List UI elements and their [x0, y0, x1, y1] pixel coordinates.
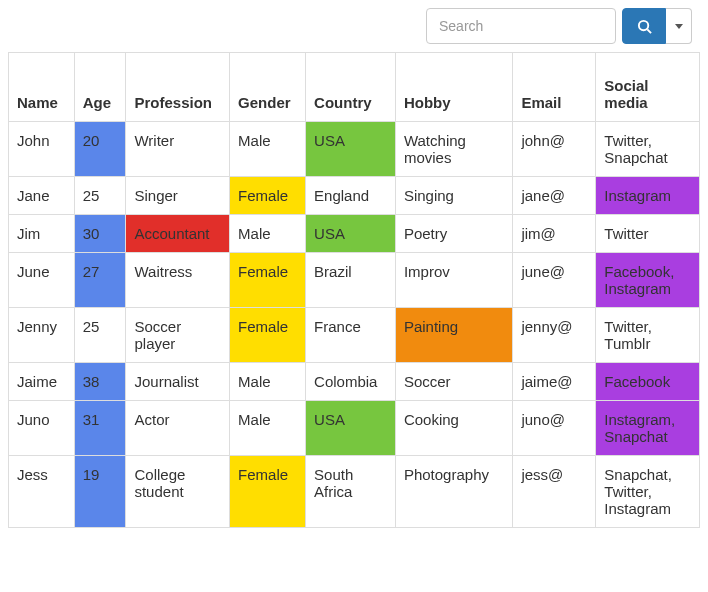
cell-name: John	[9, 122, 75, 177]
cell-gender: Male	[230, 363, 306, 401]
cell-age: 20	[74, 122, 126, 177]
cell-hobby: Painting	[395, 308, 512, 363]
cell-country: South Africa	[306, 456, 396, 528]
table-header-row: Name Age Profession Gender Country Hobby…	[9, 53, 700, 122]
table-row: John20WriterMaleUSAWatching moviesjohn@T…	[9, 122, 700, 177]
data-table: Name Age Profession Gender Country Hobby…	[8, 52, 700, 528]
cell-social: Instagram, Snapchat	[596, 401, 700, 456]
cell-hobby: Improv	[395, 253, 512, 308]
cell-name: June	[9, 253, 75, 308]
col-age[interactable]: Age	[74, 53, 126, 122]
cell-gender: Male	[230, 122, 306, 177]
cell-age: 31	[74, 401, 126, 456]
cell-gender: Female	[230, 308, 306, 363]
table-row: Jaime38JournalistMaleColombiaSoccerjaime…	[9, 363, 700, 401]
col-social[interactable]: Social media	[596, 53, 700, 122]
cell-social: Instagram	[596, 177, 700, 215]
cell-age: 30	[74, 215, 126, 253]
cell-country: USA	[306, 215, 396, 253]
search-options-dropdown[interactable]	[666, 8, 692, 44]
cell-age: 38	[74, 363, 126, 401]
cell-country: England	[306, 177, 396, 215]
cell-social: Snapchat, Twitter, Instagram	[596, 456, 700, 528]
cell-profession: College student	[126, 456, 230, 528]
cell-profession: Writer	[126, 122, 230, 177]
cell-name: Jess	[9, 456, 75, 528]
cell-profession: Journalist	[126, 363, 230, 401]
chevron-down-icon	[675, 24, 683, 29]
cell-hobby: Poetry	[395, 215, 512, 253]
cell-age: 25	[74, 177, 126, 215]
cell-email: jess@	[513, 456, 596, 528]
cell-email: juno@	[513, 401, 596, 456]
cell-gender: Female	[230, 177, 306, 215]
search-icon	[637, 19, 652, 34]
cell-profession: Waitress	[126, 253, 230, 308]
cell-email: jaime@	[513, 363, 596, 401]
cell-hobby: Photography	[395, 456, 512, 528]
svg-point-0	[638, 20, 647, 29]
cell-gender: Female	[230, 253, 306, 308]
cell-social: Facebook	[596, 363, 700, 401]
toolbar	[8, 8, 700, 44]
cell-country: Brazil	[306, 253, 396, 308]
cell-country: France	[306, 308, 396, 363]
cell-name: Jaime	[9, 363, 75, 401]
cell-name: Juno	[9, 401, 75, 456]
cell-age: 25	[74, 308, 126, 363]
table-row: Jess19College studentFemaleSouth AfricaP…	[9, 456, 700, 528]
cell-social: Twitter	[596, 215, 700, 253]
cell-social: Twitter, Tumblr	[596, 308, 700, 363]
cell-country: USA	[306, 401, 396, 456]
cell-hobby: Watching movies	[395, 122, 512, 177]
cell-name: Jim	[9, 215, 75, 253]
cell-email: jane@	[513, 177, 596, 215]
col-email[interactable]: Email	[513, 53, 596, 122]
cell-name: Jane	[9, 177, 75, 215]
search-input[interactable]	[426, 8, 616, 44]
cell-social: Twitter, Snapchat	[596, 122, 700, 177]
cell-country: USA	[306, 122, 396, 177]
cell-hobby: Cooking	[395, 401, 512, 456]
col-gender[interactable]: Gender	[230, 53, 306, 122]
col-country[interactable]: Country	[306, 53, 396, 122]
col-profession[interactable]: Profession	[126, 53, 230, 122]
cell-profession: Soccer player	[126, 308, 230, 363]
table-row: Juno31ActorMaleUSACookingjuno@Instagram,…	[9, 401, 700, 456]
cell-email: jim@	[513, 215, 596, 253]
svg-line-1	[647, 29, 651, 33]
cell-country: Colombia	[306, 363, 396, 401]
cell-profession: Accountant	[126, 215, 230, 253]
cell-email: john@	[513, 122, 596, 177]
cell-hobby: Soccer	[395, 363, 512, 401]
cell-name: Jenny	[9, 308, 75, 363]
cell-hobby: Singing	[395, 177, 512, 215]
table-row: June27WaitressFemaleBrazilImprovjune@Fac…	[9, 253, 700, 308]
cell-age: 19	[74, 456, 126, 528]
table-row: Jim30AccountantMaleUSAPoetryjim@Twitter	[9, 215, 700, 253]
cell-profession: Singer	[126, 177, 230, 215]
col-hobby[interactable]: Hobby	[395, 53, 512, 122]
cell-social: Facebook, Instagram	[596, 253, 700, 308]
cell-profession: Actor	[126, 401, 230, 456]
cell-gender: Male	[230, 401, 306, 456]
cell-gender: Female	[230, 456, 306, 528]
cell-age: 27	[74, 253, 126, 308]
cell-email: june@	[513, 253, 596, 308]
search-button[interactable]	[622, 8, 666, 44]
table-row: Jane25SingerFemaleEnglandSingingjane@Ins…	[9, 177, 700, 215]
cell-gender: Male	[230, 215, 306, 253]
table-row: Jenny25Soccer playerFemaleFrancePainting…	[9, 308, 700, 363]
cell-email: jenny@	[513, 308, 596, 363]
col-name[interactable]: Name	[9, 53, 75, 122]
